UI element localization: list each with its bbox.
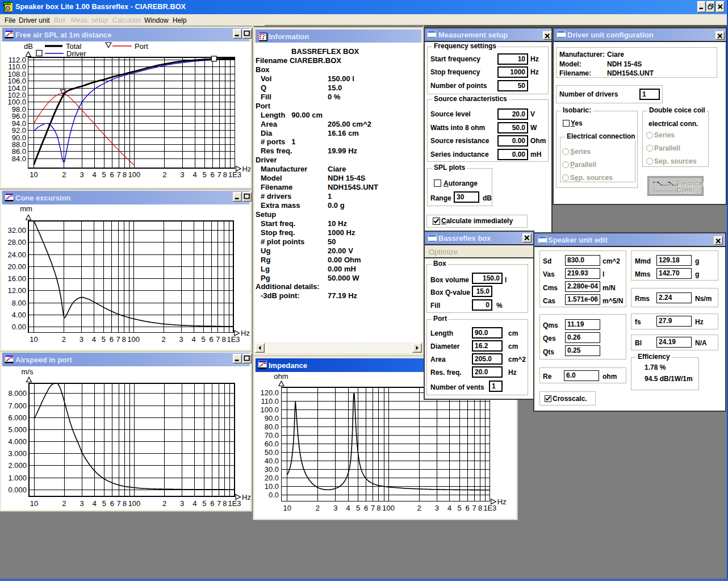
svg-text:5: 5 bbox=[356, 504, 360, 512]
svg-text:3: 3 bbox=[80, 170, 83, 179]
svg-text:6: 6 bbox=[210, 499, 214, 508]
svg-text:30.0: 30.0 bbox=[265, 465, 279, 474]
svg-text:8: 8 bbox=[123, 170, 127, 179]
svg-text:4: 4 bbox=[93, 499, 97, 508]
svg-text:16.00: 16.00 bbox=[7, 274, 26, 283]
svg-text:20.00: 20.00 bbox=[7, 262, 26, 271]
svg-text:3: 3 bbox=[80, 335, 83, 344]
svg-text:Port: Port bbox=[135, 42, 148, 51]
svg-text:2: 2 bbox=[162, 335, 166, 344]
svg-text:1E3: 1E3 bbox=[228, 499, 241, 508]
svg-text:8: 8 bbox=[123, 499, 127, 508]
svg-text:40.0: 40.0 bbox=[265, 457, 279, 465]
svg-text:8: 8 bbox=[376, 504, 380, 512]
svg-text:0.0: 0.0 bbox=[269, 491, 279, 499]
svg-text:100: 100 bbox=[128, 170, 141, 179]
svg-text:2: 2 bbox=[62, 170, 66, 179]
svg-text:2: 2 bbox=[162, 170, 166, 179]
svg-text:100: 100 bbox=[128, 499, 141, 508]
svg-text:28.00: 28.00 bbox=[7, 238, 26, 246]
svg-text:3: 3 bbox=[333, 504, 337, 512]
svg-text:6: 6 bbox=[364, 504, 368, 512]
svg-text:8.000: 8.000 bbox=[8, 389, 27, 398]
svg-text:90.0: 90.0 bbox=[265, 414, 279, 423]
svg-text:100: 100 bbox=[382, 504, 395, 512]
svg-text:4: 4 bbox=[92, 335, 96, 344]
svg-text:4: 4 bbox=[346, 504, 350, 512]
svg-text:2: 2 bbox=[162, 499, 166, 508]
svg-text:ohm: ohm bbox=[274, 372, 288, 381]
svg-text:Hz: Hz bbox=[241, 329, 250, 337]
svg-text:4: 4 bbox=[193, 170, 196, 179]
svg-text:8: 8 bbox=[223, 170, 227, 179]
svg-text:2: 2 bbox=[62, 335, 66, 344]
svg-text:4: 4 bbox=[447, 504, 451, 512]
svg-text:0.000: 0.000 bbox=[8, 486, 27, 494]
svg-text:10: 10 bbox=[30, 170, 37, 179]
svg-text:120.0: 120.0 bbox=[260, 388, 279, 397]
svg-text:5: 5 bbox=[102, 335, 106, 344]
svg-text:7: 7 bbox=[116, 335, 120, 344]
svg-text:1.000: 1.000 bbox=[8, 474, 27, 482]
svg-text:5: 5 bbox=[203, 170, 207, 179]
svg-text:8: 8 bbox=[223, 499, 227, 508]
svg-text:50.0: 50.0 bbox=[265, 448, 279, 457]
svg-text:20.0: 20.0 bbox=[265, 474, 279, 482]
svg-text:dB: dB bbox=[24, 42, 33, 51]
svg-text:6: 6 bbox=[110, 170, 114, 179]
svg-text:7: 7 bbox=[472, 504, 476, 512]
svg-text:5.000: 5.000 bbox=[8, 425, 27, 434]
svg-text:3: 3 bbox=[80, 499, 84, 508]
svg-text:6.000: 6.000 bbox=[8, 413, 27, 422]
svg-text:70.0: 70.0 bbox=[265, 431, 279, 440]
svg-text:2.000: 2.000 bbox=[8, 461, 27, 470]
svg-text:7: 7 bbox=[217, 170, 221, 179]
svg-text:1E3: 1E3 bbox=[227, 335, 240, 344]
svg-text:84.0: 84.0 bbox=[12, 154, 26, 163]
svg-text:2: 2 bbox=[62, 499, 66, 508]
svg-text:10: 10 bbox=[283, 504, 291, 512]
svg-text:100.0: 100.0 bbox=[260, 406, 279, 414]
svg-text:6: 6 bbox=[466, 504, 470, 512]
svg-text:6: 6 bbox=[209, 335, 213, 344]
svg-text:7: 7 bbox=[116, 170, 120, 179]
svg-text:3: 3 bbox=[179, 335, 183, 344]
svg-text:110.0: 110.0 bbox=[261, 397, 279, 406]
svg-text:5: 5 bbox=[202, 499, 206, 508]
svg-text:5: 5 bbox=[102, 170, 106, 179]
svg-text:7: 7 bbox=[117, 499, 121, 508]
svg-text:3: 3 bbox=[180, 499, 184, 508]
svg-text:Hz: Hz bbox=[242, 165, 251, 173]
svg-text:0.00: 0.00 bbox=[12, 323, 26, 331]
svg-text:10.0: 10.0 bbox=[265, 482, 279, 491]
svg-text:Hz: Hz bbox=[497, 498, 507, 506]
svg-text:5: 5 bbox=[457, 504, 461, 512]
svg-text:6: 6 bbox=[110, 499, 114, 508]
svg-text:100: 100 bbox=[127, 335, 140, 344]
svg-text:m/s: m/s bbox=[22, 367, 34, 376]
svg-text:10: 10 bbox=[30, 335, 37, 344]
svg-text:3.000: 3.000 bbox=[8, 449, 27, 458]
svg-text:7: 7 bbox=[216, 335, 220, 344]
svg-text:4.000: 4.000 bbox=[8, 437, 27, 446]
svg-text:Driver: Driver bbox=[66, 49, 86, 58]
svg-text:Hz: Hz bbox=[242, 493, 250, 501]
svg-text:8: 8 bbox=[221, 335, 225, 344]
svg-text:4: 4 bbox=[191, 335, 195, 344]
svg-text:mm: mm bbox=[20, 204, 32, 213]
svg-text:60.0: 60.0 bbox=[265, 440, 279, 448]
svg-text:7.000: 7.000 bbox=[8, 402, 27, 410]
svg-text:10: 10 bbox=[30, 499, 38, 508]
svg-text:6: 6 bbox=[211, 170, 215, 179]
svg-text:8: 8 bbox=[478, 504, 482, 512]
svg-text:3: 3 bbox=[435, 504, 439, 512]
svg-text:2: 2 bbox=[417, 504, 421, 512]
svg-text:7: 7 bbox=[217, 499, 221, 508]
svg-text:1E3: 1E3 bbox=[228, 170, 241, 179]
svg-text:5: 5 bbox=[201, 335, 205, 344]
svg-text:1E3: 1E3 bbox=[483, 504, 496, 512]
svg-text:4.00: 4.00 bbox=[12, 311, 26, 319]
svg-text:6: 6 bbox=[110, 335, 114, 344]
svg-text:4: 4 bbox=[193, 499, 196, 508]
svg-text:12.00: 12.00 bbox=[7, 286, 26, 295]
